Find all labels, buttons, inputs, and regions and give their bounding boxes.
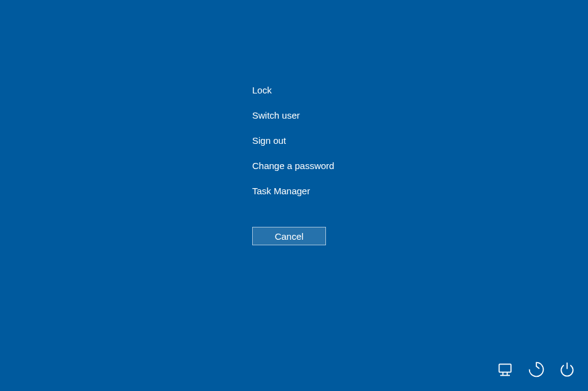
menu-item-switch-user[interactable]: Switch user (252, 103, 334, 128)
power-icon (558, 361, 576, 380)
security-options-menu: Lock Switch user Sign out Change a passw… (252, 77, 334, 245)
accessibility-button[interactable] (526, 360, 546, 380)
svg-rect-0 (499, 364, 511, 372)
menu-item-lock[interactable]: Lock (252, 77, 334, 103)
network-button[interactable] (496, 360, 515, 380)
network-icon (497, 361, 514, 380)
accessibility-icon (528, 361, 545, 380)
menu-item-sign-out[interactable]: Sign out (252, 128, 334, 153)
bottom-icon-bar (496, 360, 577, 380)
menu-item-task-manager[interactable]: Task Manager (252, 178, 334, 203)
cancel-button[interactable]: Cancel (252, 227, 326, 245)
menu-item-change-password[interactable]: Change a password (252, 153, 334, 178)
power-button[interactable] (557, 360, 577, 380)
